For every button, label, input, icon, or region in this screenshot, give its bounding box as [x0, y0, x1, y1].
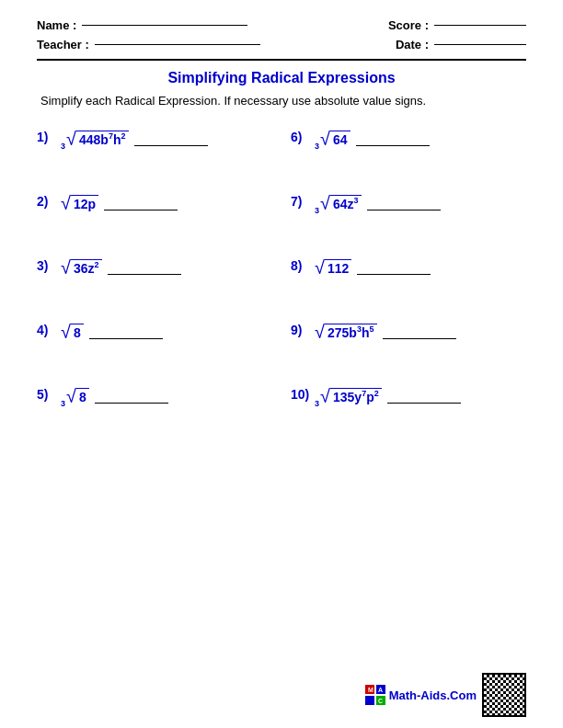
header-name-row: Name : Score : [37, 18, 526, 32]
problem-4-expr: √ 8 [61, 323, 163, 341]
problem-5: 5) 3 √ 8 [37, 374, 272, 438]
problem-10-answer [387, 403, 461, 404]
svg-text:C: C [378, 698, 383, 704]
score-label: Score : [388, 18, 429, 32]
problem-3: 3) √ 36z2 [37, 245, 272, 310]
header-divider [37, 59, 526, 61]
problem-5-number: 5) [37, 387, 57, 402]
logo-text: Math-Aids.Com [389, 688, 477, 702]
svg-text:M: M [368, 687, 373, 693]
problem-8-expr: √ 112 [315, 258, 431, 277]
problem-1-number: 1) [37, 130, 57, 144]
problem-5-answer [95, 403, 168, 404]
worksheet-page: Name : Score : Teacher : Date : Simplify… [0, 0, 563, 728]
score-line [434, 25, 526, 26]
problem-8-number: 8) [291, 258, 311, 273]
problem-7-answer [367, 210, 441, 210]
problem-3-expr: √ 36z2 [61, 258, 181, 277]
problem-1: 1) 3 √ 448b7h2 [37, 117, 272, 181]
problem-4: 4) √ 8 [37, 310, 272, 374]
problem-10-radical: 3 √ 135y7p2 [315, 387, 382, 405]
problem-10: 10) 3 √ 135y7p2 [291, 374, 526, 438]
date-label: Date : [396, 38, 429, 51]
problem-4-number: 4) [37, 323, 57, 337]
svg-rect-2 [365, 696, 374, 705]
problem-2-answer [104, 210, 178, 210]
teacher-field: Teacher : [37, 38, 260, 51]
problem-8-radical: √ 112 [315, 258, 351, 277]
problem-1-expr: 3 √ 448b7h2 [61, 130, 208, 148]
problem-3-radical: √ 36z2 [61, 258, 102, 277]
qr-code [482, 673, 526, 717]
score-field: Score : [388, 18, 526, 32]
problem-5-radical: 3 √ 8 [61, 387, 89, 405]
math-aids-logo: M A C Math-Aids.Com [365, 685, 477, 705]
problem-7-expr: 3 √ 64z3 [315, 194, 441, 212]
problem-6-expr: 3 √ 64 [315, 130, 430, 148]
problem-8: 8) √ 112 [291, 245, 526, 310]
problem-2: 2) √ 12p [37, 181, 272, 245]
teacher-line [95, 44, 260, 45]
problem-9-answer [383, 338, 456, 339]
problem-9-expr: √ 275b3h5 [315, 323, 456, 341]
problem-8-answer [357, 274, 431, 275]
name-field: Name : [37, 18, 247, 32]
problem-2-expr: √ 12p [61, 194, 178, 212]
date-line [434, 44, 526, 45]
problem-1-radical: 3 √ 448b7h2 [61, 130, 129, 148]
problem-9-radical: √ 275b3h5 [315, 323, 377, 341]
problem-6-number: 6) [291, 130, 311, 144]
teacher-label: Teacher : [37, 38, 89, 51]
problem-10-expr: 3 √ 135y7p2 [315, 387, 461, 405]
name-line [82, 25, 247, 26]
worksheet-title: Simplifying Radical Expressions [37, 70, 526, 86]
footer: M A C Math-Aids.Com [365, 673, 526, 717]
name-label: Name : [37, 18, 76, 32]
problem-7: 7) 3 √ 64z3 [291, 181, 526, 245]
problem-9-number: 9) [291, 323, 311, 337]
problem-4-answer [89, 338, 163, 339]
problem-1-answer [134, 145, 208, 146]
problem-10-number: 10) [291, 387, 311, 402]
header-teacher-row: Teacher : Date : [37, 38, 526, 51]
svg-text:A: A [378, 687, 383, 693]
problem-2-radical: √ 12p [61, 194, 98, 212]
problem-3-answer [108, 274, 181, 275]
problem-7-radical: 3 √ 64z3 [315, 194, 362, 212]
instructions-text: Simplify each Radical Expression. If nec… [40, 94, 526, 108]
problem-7-number: 7) [291, 194, 311, 209]
problem-3-number: 3) [37, 258, 57, 273]
problem-6: 6) 3 √ 64 [291, 117, 526, 181]
problem-4-radical: √ 8 [61, 323, 84, 341]
problem-9: 9) √ 275b3h5 [291, 310, 526, 374]
problem-6-radical: 3 √ 64 [315, 130, 350, 148]
problem-2-number: 2) [37, 194, 57, 209]
date-field: Date : [396, 38, 526, 51]
problem-6-answer [356, 145, 430, 146]
problems-grid: 1) 3 √ 448b7h2 6) 3 √ 64 [37, 117, 526, 438]
logo-icon: M A C [365, 685, 385, 705]
problem-5-expr: 3 √ 8 [61, 387, 168, 405]
